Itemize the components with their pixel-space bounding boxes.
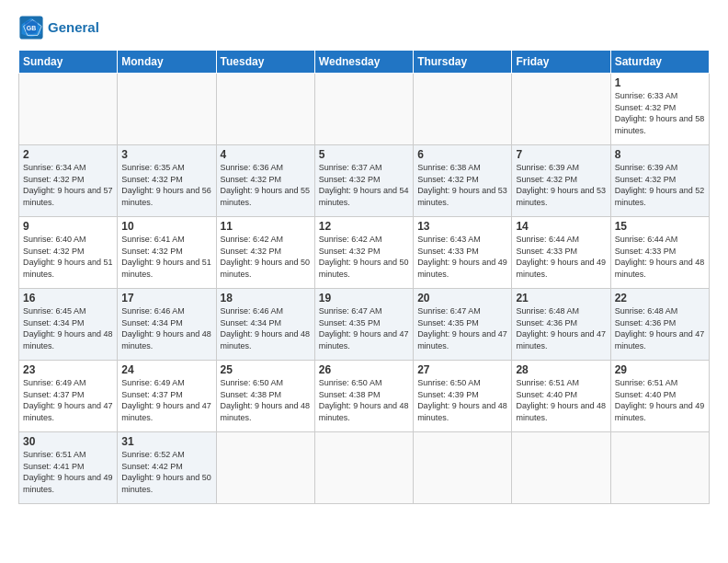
calendar-week-row: 2Sunrise: 6:34 AM Sunset: 4:32 PM Daylig… [19, 145, 710, 217]
day-info: Sunrise: 6:44 AM Sunset: 4:33 PM Dayligh… [615, 234, 705, 280]
calendar-cell [216, 432, 314, 504]
day-header-sunday: Sunday [19, 51, 118, 74]
calendar-cell [512, 74, 610, 145]
calendar: SundayMondayTuesdayWednesdayThursdayFrid… [18, 50, 710, 504]
day-info: Sunrise: 6:49 AM Sunset: 4:37 PM Dayligh… [23, 377, 113, 423]
day-number: 18 [221, 292, 311, 304]
logo-line1: General [48, 19, 99, 35]
day-info: Sunrise: 6:46 AM Sunset: 4:34 PM Dayligh… [121, 305, 211, 351]
calendar-cell: 26Sunrise: 6:50 AM Sunset: 4:38 PM Dayli… [314, 361, 413, 432]
day-number: 21 [516, 292, 606, 304]
logo-icon: GB [18, 15, 44, 40]
day-number: 11 [221, 220, 311, 233]
day-info: Sunrise: 6:38 AM Sunset: 4:32 PM Dayligh… [417, 162, 507, 208]
calendar-cell: 30Sunrise: 6:51 AM Sunset: 4:41 PM Dayli… [19, 432, 118, 504]
calendar-week-row: 30Sunrise: 6:51 AM Sunset: 4:41 PM Dayli… [19, 432, 710, 504]
day-info: Sunrise: 6:51 AM Sunset: 4:40 PM Dayligh… [615, 377, 705, 423]
day-info: Sunrise: 6:48 AM Sunset: 4:36 PM Dayligh… [615, 305, 705, 351]
svg-text:GB: GB [27, 25, 37, 31]
day-header-monday: Monday [118, 51, 216, 74]
day-header-saturday: Saturday [610, 51, 709, 74]
day-number: 4 [221, 148, 311, 161]
day-info: Sunrise: 6:49 AM Sunset: 4:37 PM Dayligh… [121, 377, 211, 423]
calendar-cell: 20Sunrise: 6:47 AM Sunset: 4:35 PM Dayli… [414, 289, 512, 361]
calendar-cell: 17Sunrise: 6:46 AM Sunset: 4:34 PM Dayli… [118, 289, 216, 361]
header: GB General [18, 15, 710, 40]
day-number: 23 [23, 363, 113, 376]
calendar-week-row: 1Sunrise: 6:33 AM Sunset: 4:32 PM Daylig… [19, 74, 710, 145]
calendar-cell [314, 432, 413, 504]
day-number: 13 [417, 220, 507, 233]
calendar-cell: 4Sunrise: 6:36 AM Sunset: 4:32 PM Daylig… [216, 145, 314, 217]
calendar-cell: 12Sunrise: 6:42 AM Sunset: 4:32 PM Dayli… [314, 217, 413, 289]
day-info: Sunrise: 6:44 AM Sunset: 4:33 PM Dayligh… [516, 234, 606, 280]
calendar-cell: 14Sunrise: 6:44 AM Sunset: 4:33 PM Dayli… [512, 217, 610, 289]
day-number: 27 [417, 363, 507, 376]
day-number: 19 [319, 292, 409, 304]
day-number: 10 [121, 220, 211, 233]
calendar-cell: 8Sunrise: 6:39 AM Sunset: 4:32 PM Daylig… [610, 145, 709, 217]
calendar-week-row: 23Sunrise: 6:49 AM Sunset: 4:37 PM Dayli… [19, 361, 710, 432]
day-number: 14 [516, 220, 606, 233]
calendar-cell [414, 74, 512, 145]
day-number: 22 [615, 292, 705, 304]
day-info: Sunrise: 6:39 AM Sunset: 4:32 PM Dayligh… [615, 162, 705, 208]
day-info: Sunrise: 6:50 AM Sunset: 4:38 PM Dayligh… [221, 377, 311, 423]
day-number: 30 [23, 435, 113, 448]
day-number: 31 [121, 435, 211, 448]
calendar-cell [414, 432, 512, 504]
calendar-cell: 11Sunrise: 6:42 AM Sunset: 4:32 PM Dayli… [216, 217, 314, 289]
day-info: Sunrise: 6:42 AM Sunset: 4:32 PM Dayligh… [319, 234, 409, 280]
calendar-cell: 15Sunrise: 6:44 AM Sunset: 4:33 PM Dayli… [610, 217, 709, 289]
calendar-cell: 2Sunrise: 6:34 AM Sunset: 4:32 PM Daylig… [19, 145, 118, 217]
calendar-cell: 31Sunrise: 6:52 AM Sunset: 4:42 PM Dayli… [118, 432, 216, 504]
calendar-cell: 23Sunrise: 6:49 AM Sunset: 4:37 PM Dayli… [19, 361, 118, 432]
day-number: 16 [23, 292, 113, 304]
calendar-cell: 29Sunrise: 6:51 AM Sunset: 4:40 PM Dayli… [610, 361, 709, 432]
day-info: Sunrise: 6:50 AM Sunset: 4:39 PM Dayligh… [417, 377, 507, 423]
calendar-cell: 16Sunrise: 6:45 AM Sunset: 4:34 PM Dayli… [19, 289, 118, 361]
calendar-cell: 27Sunrise: 6:50 AM Sunset: 4:39 PM Dayli… [414, 361, 512, 432]
calendar-cell: 10Sunrise: 6:41 AM Sunset: 4:32 PM Dayli… [118, 217, 216, 289]
calendar-header-row: SundayMondayTuesdayWednesdayThursdayFrid… [19, 51, 710, 74]
day-info: Sunrise: 6:48 AM Sunset: 4:36 PM Dayligh… [516, 305, 606, 351]
day-info: Sunrise: 6:51 AM Sunset: 4:41 PM Dayligh… [23, 449, 113, 495]
day-info: Sunrise: 6:46 AM Sunset: 4:34 PM Dayligh… [221, 305, 311, 351]
day-number: 29 [615, 363, 705, 376]
calendar-cell: 1Sunrise: 6:33 AM Sunset: 4:32 PM Daylig… [610, 74, 709, 145]
calendar-cell [216, 74, 314, 145]
day-info: Sunrise: 6:51 AM Sunset: 4:40 PM Dayligh… [516, 377, 606, 423]
calendar-cell: 6Sunrise: 6:38 AM Sunset: 4:32 PM Daylig… [414, 145, 512, 217]
day-number: 2 [23, 148, 113, 161]
calendar-cell: 24Sunrise: 6:49 AM Sunset: 4:37 PM Dayli… [118, 361, 216, 432]
day-info: Sunrise: 6:34 AM Sunset: 4:32 PM Dayligh… [23, 162, 113, 208]
calendar-week-row: 16Sunrise: 6:45 AM Sunset: 4:34 PM Dayli… [19, 289, 710, 361]
page: GB General SundayMondayTuesdayWednesdayT… [0, 0, 728, 563]
day-header-tuesday: Tuesday [216, 51, 314, 74]
calendar-cell [610, 432, 709, 504]
day-info: Sunrise: 6:37 AM Sunset: 4:32 PM Dayligh… [319, 162, 409, 208]
calendar-cell [314, 74, 413, 145]
calendar-cell [118, 74, 216, 145]
day-header-wednesday: Wednesday [314, 51, 413, 74]
logo-text: General [48, 19, 99, 36]
calendar-cell: 9Sunrise: 6:40 AM Sunset: 4:32 PM Daylig… [19, 217, 118, 289]
day-number: 8 [615, 148, 705, 161]
calendar-cell [19, 74, 118, 145]
day-number: 7 [516, 148, 606, 161]
day-number: 1 [615, 76, 705, 89]
day-info: Sunrise: 6:42 AM Sunset: 4:32 PM Dayligh… [221, 234, 311, 280]
day-info: Sunrise: 6:45 AM Sunset: 4:34 PM Dayligh… [23, 305, 113, 351]
calendar-cell: 19Sunrise: 6:47 AM Sunset: 4:35 PM Dayli… [314, 289, 413, 361]
day-info: Sunrise: 6:33 AM Sunset: 4:32 PM Dayligh… [615, 90, 705, 136]
day-info: Sunrise: 6:52 AM Sunset: 4:42 PM Dayligh… [121, 449, 211, 495]
day-info: Sunrise: 6:39 AM Sunset: 4:32 PM Dayligh… [516, 162, 606, 208]
calendar-cell [512, 432, 610, 504]
day-number: 24 [121, 363, 211, 376]
day-number: 28 [516, 363, 606, 376]
calendar-cell: 25Sunrise: 6:50 AM Sunset: 4:38 PM Dayli… [216, 361, 314, 432]
day-header-thursday: Thursday [414, 51, 512, 74]
day-info: Sunrise: 6:47 AM Sunset: 4:35 PM Dayligh… [417, 305, 507, 351]
calendar-cell: 13Sunrise: 6:43 AM Sunset: 4:33 PM Dayli… [414, 217, 512, 289]
day-number: 6 [417, 148, 507, 161]
